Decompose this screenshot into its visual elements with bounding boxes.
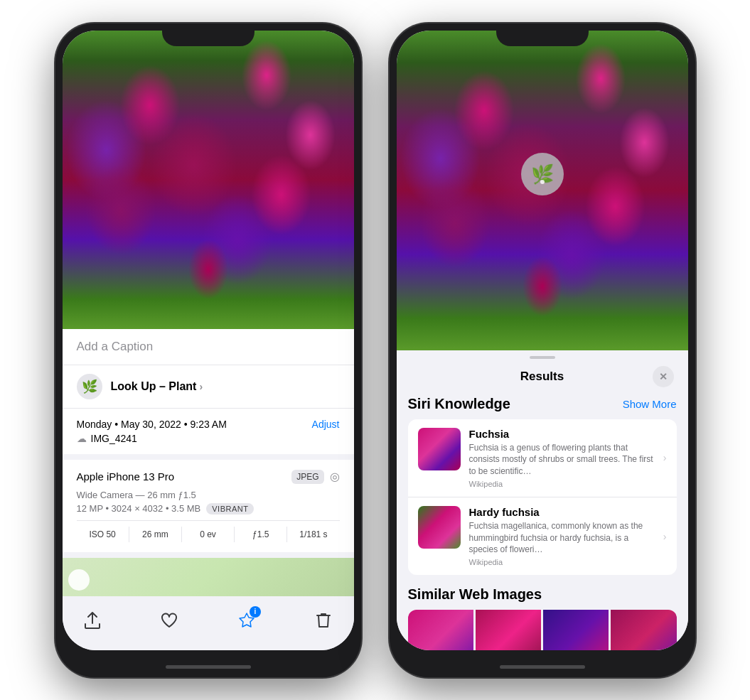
similar-images-title: Similar Web Images (408, 586, 677, 603)
hardy-thumbnail (418, 506, 461, 549)
show-more-button[interactable]: Show More (623, 398, 677, 410)
fuchsia-info: Fuchsia Fuchsia is a genus of flowering … (469, 428, 655, 488)
lookup-label[interactable]: Look Up – Plant› (111, 380, 203, 393)
knowledge-item-hardy[interactable]: Hardy fuchsia Fuchsia magellanica, commo… (408, 497, 677, 575)
left-phone: Add a Caption 🌿 Look Up – Plant› Monday … (55, 23, 361, 677)
camera-details: Wide Camera — 26 mm ƒ1.5 (77, 490, 340, 500)
favorite-button[interactable] (154, 605, 185, 636)
right-photo-display[interactable]: 🌿 (397, 31, 688, 350)
visual-search-button[interactable]: 🌿 (521, 153, 564, 195)
results-header: Results ✕ (397, 359, 688, 396)
filter-badge: VIBRANT (206, 503, 254, 515)
hardy-chevron-icon: › (663, 531, 667, 542)
close-button[interactable]: ✕ (653, 366, 674, 387)
exif-ev: 0 ev (182, 527, 235, 542)
similar-images-grid[interactable] (408, 610, 677, 650)
lookup-chevron-icon: › (199, 381, 203, 392)
results-title: Results (432, 370, 653, 384)
map-preview[interactable] (63, 558, 354, 596)
siri-knowledge-header: Siri Knowledge Show More (408, 396, 677, 412)
hardy-info: Hardy fuchsia Fuchsia magellanica, commo… (469, 506, 655, 566)
bottom-toolbar: i (63, 596, 354, 650)
fuchsia-title: Fuchsia (469, 428, 655, 440)
notch (162, 23, 255, 46)
knowledge-card: Fuchsia Fuchsia is a genus of flowering … (408, 419, 677, 576)
results-content: Siri Knowledge Show More Fuchsia Fuchsia… (397, 396, 688, 650)
hardy-desc: Fuchsia magellanica, commonly known as t… (469, 520, 655, 556)
adjust-button[interactable]: Adjust (312, 419, 340, 430)
home-indicator-right (390, 657, 695, 677)
right-screen: 🌿 Results ✕ Siri Knowledge Show More (397, 31, 688, 650)
info-button[interactable]: i (231, 605, 262, 636)
fuchsia-thumbnail (418, 428, 461, 470)
fuchsia-desc: Fuchsia is a genus of flowering plants t… (469, 442, 655, 478)
left-screen: Add a Caption 🌿 Look Up – Plant› Monday … (63, 31, 354, 650)
hardy-title: Hardy fuchsia (469, 506, 655, 518)
right-phone: 🌿 Results ✕ Siri Knowledge Show More (390, 23, 695, 677)
lookup-row[interactable]: 🌿 Look Up – Plant› (63, 365, 354, 409)
caption-placeholder[interactable]: Add a Caption (77, 340, 154, 353)
device-name: Apple iPhone 13 Pro (77, 470, 175, 483)
format-badge: JPEG (291, 470, 323, 484)
knowledge-item-fuchsia[interactable]: Fuchsia Fuchsia is a genus of flowering … (408, 419, 677, 497)
map-thumbnail (68, 569, 90, 591)
visual-lookup-icon: 🌿 (77, 374, 102, 399)
similar-image-4[interactable] (611, 610, 676, 650)
date-info-section: Monday • May 30, 2022 • 9:23 AM Adjust ☁… (63, 409, 354, 460)
siri-knowledge-title: Siri Knowledge (408, 396, 510, 412)
device-section: Apple iPhone 13 Pro JPEG ◎ Wide Camera —… (63, 460, 354, 558)
exif-shutter: 1/181 s (287, 527, 339, 542)
info-badge: i (250, 606, 261, 618)
fuchsia-chevron-icon: › (663, 452, 667, 463)
similar-image-2[interactable] (476, 610, 541, 650)
similar-images-section: Similar Web Images (408, 586, 677, 650)
notch-right (496, 23, 589, 46)
exif-iso: ISO 50 (77, 527, 129, 542)
exif-focal: 26 mm (129, 527, 182, 542)
location-icon: ◎ (330, 470, 340, 483)
similar-image-1[interactable] (408, 610, 473, 650)
exif-aperture: ƒ1.5 (235, 527, 287, 542)
delete-button[interactable] (308, 605, 339, 636)
fuchsia-source: Wikipedia (469, 480, 655, 488)
share-button[interactable] (77, 605, 108, 636)
similar-image-3[interactable] (543, 610, 609, 650)
home-indicator (55, 657, 361, 677)
caption-area[interactable]: Add a Caption (63, 329, 354, 365)
hardy-source: Wikipedia (469, 558, 655, 566)
scroll-dot (540, 180, 545, 184)
photo-display[interactable] (63, 31, 354, 329)
cloud-icon: ☁ (77, 433, 87, 444)
date-text: Monday • May 30, 2022 • 9:23 AM (77, 419, 227, 430)
filename-text: IMG_4241 (91, 433, 137, 444)
specs-text: 12 MP • 3024 × 4032 • 3.5 MB (77, 503, 201, 514)
results-sheet: Results ✕ Siri Knowledge Show More Fuchs… (397, 350, 688, 650)
